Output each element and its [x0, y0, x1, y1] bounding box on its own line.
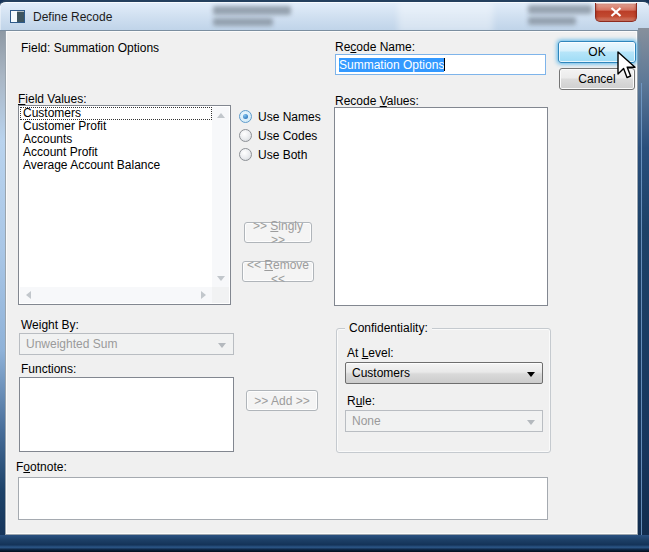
radio-option-use-names[interactable]: Use Names [239, 107, 321, 126]
backdrop-blur-blob [528, 5, 592, 14]
recode-name-input[interactable]: Summation Options [335, 54, 546, 75]
vertical-scrollbar[interactable] [212, 107, 229, 287]
backdrop-blur-blob [213, 6, 291, 15]
backdrop-light-band [398, 2, 493, 31]
recode-values-label: Recode Values: [335, 94, 419, 108]
text-caret [444, 58, 445, 71]
window-border-right [638, 28, 649, 552]
scroll-down-icon[interactable] [217, 276, 225, 281]
weight-by-dropdown[interactable]: Unweighted Sum [19, 333, 234, 355]
radio-option-use-codes[interactable]: Use Codes [239, 126, 321, 145]
functions-listbox[interactable] [19, 377, 234, 452]
list-item[interactable]: Average Account Balance [20, 159, 212, 172]
recode-name-label: Recode Name: [335, 40, 415, 54]
selected-text: Summation Options [339, 58, 444, 72]
scroll-up-icon[interactable] [217, 113, 225, 118]
close-button[interactable] [595, 3, 637, 22]
horizontal-scrollbar[interactable] [20, 287, 212, 303]
define-recode-dialog: Define Recode Field: Summation Options R… [0, 0, 649, 552]
at-level-dropdown[interactable]: Customers [345, 362, 543, 384]
footnote-input[interactable] [18, 477, 548, 520]
chevron-down-icon [527, 372, 535, 377]
confidentiality-group-label: Confidentiality: [345, 321, 432, 335]
remove-button[interactable]: << Remove << [242, 261, 314, 282]
dialog-content: Field: Summation Options Recode Name: Su… [5, 31, 638, 535]
functions-label: Functions: [21, 362, 76, 376]
rule-label: Rule: [347, 394, 375, 408]
field-values-label: Field Values: [18, 92, 87, 106]
window-border-bottom [0, 535, 649, 552]
use-names-codes-radio-group: Use Names Use Codes Use Both [239, 107, 321, 164]
title-bar[interactable]: Define Recode [0, 0, 649, 31]
weight-by-label: Weight By: [21, 318, 79, 332]
chevron-down-icon [527, 420, 535, 425]
mouse-cursor [615, 50, 639, 82]
recode-values-listbox[interactable] [334, 107, 548, 306]
confidentiality-group: Confidentiality: At Level: Customers Rul… [336, 328, 551, 453]
backdrop-blur-blob [213, 18, 273, 26]
at-level-label: At Level: [347, 346, 394, 360]
scrollbar-corner [212, 287, 229, 303]
radio-unselected-icon[interactable] [239, 129, 252, 142]
close-icon [610, 7, 622, 17]
scroll-left-icon[interactable] [26, 291, 31, 299]
footnote-label: Footnote: [16, 460, 67, 474]
chevron-down-icon [218, 343, 226, 348]
app-icon[interactable] [10, 10, 25, 23]
add-button[interactable]: >> Add >> [246, 390, 318, 411]
radio-selected-icon[interactable] [239, 110, 252, 123]
backdrop-blur-blob [528, 17, 576, 25]
rule-dropdown[interactable]: None [345, 410, 543, 432]
field-values-listbox[interactable]: Customers Customer Profit Accounts Accou… [18, 105, 231, 305]
field-info-label: Field: Summation Options [21, 41, 159, 55]
window-title: Define Recode [33, 10, 112, 24]
radio-unselected-icon[interactable] [239, 148, 252, 161]
radio-option-use-both[interactable]: Use Both [239, 145, 321, 164]
singly-button[interactable]: >> Singly >> [244, 222, 312, 243]
scroll-right-icon[interactable] [201, 291, 206, 299]
